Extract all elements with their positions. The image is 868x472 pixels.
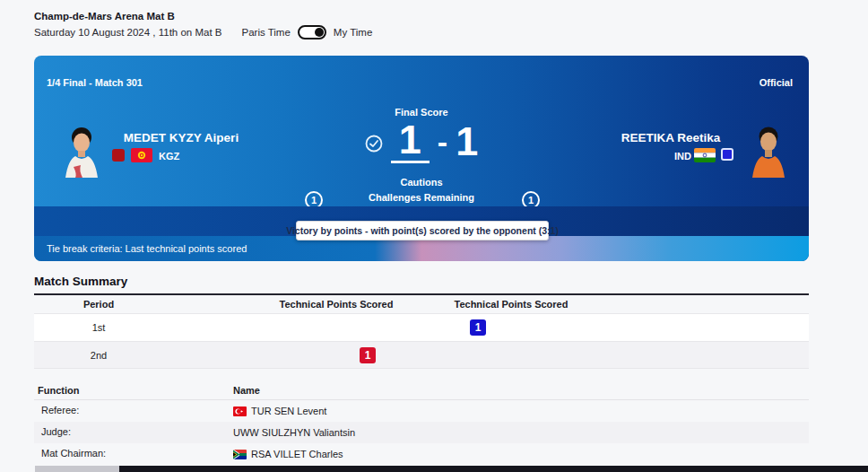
timezone-left-label: Paris Time <box>242 27 291 38</box>
score-blue: 1 <box>456 122 478 162</box>
bottom-gray-bar <box>35 466 119 472</box>
table-row-referee: Referee: TUR SEN Levent <box>34 400 809 422</box>
official-name-cell: RSA VILLET Charles <box>233 443 343 465</box>
table-row-period-2: 2nd 1 <box>34 341 809 369</box>
match-result-page: Champ-de-Mars Arena Mat B Saturday 10 Au… <box>0 0 868 472</box>
match-summary-table: Period Technical Points Scored Technical… <box>34 293 809 369</box>
table-row-period-1: 1st 1 <box>34 313 809 341</box>
score-line: 1 - 1 <box>296 120 547 163</box>
red-wrestler-name: MEDET KYZY Aiperi <box>91 131 271 144</box>
function-label: Mat Chairman: <box>41 448 106 459</box>
col-name: Name <box>233 385 260 396</box>
ind-flag-icon <box>694 148 716 162</box>
timezone-toggle[interactable] <box>298 25 326 39</box>
table-row-mat-chairman: Mat Chairman: RSA VILLET Charles <box>34 443 809 465</box>
official-status-badge: Official <box>760 77 793 88</box>
final-score-block: Final Score 1 - 1 <box>296 107 547 163</box>
match-summary-header: Period Technical Points Scored Technical… <box>34 295 809 313</box>
victory-check-icon <box>365 135 383 153</box>
red-points-badge: 1 <box>360 347 376 363</box>
blue-corner-icon <box>721 148 733 161</box>
official-name: UWW SIULZHYN Valiantsin <box>233 427 355 438</box>
col-blue-points: Technical Points Scored <box>412 299 610 310</box>
kgz-flag-icon <box>131 148 152 162</box>
challenges-label: Challenges Remaining <box>296 192 547 203</box>
result-banner: 1/4 Final - Match 301 Official MEDET KYZ… <box>34 56 809 261</box>
timezone-right-label: My Time <box>334 27 372 38</box>
function-label: Judge: <box>41 426 71 437</box>
red-country-code: KGZ <box>159 151 179 162</box>
victory-tooltip: Victory by points - with point(s) scored… <box>296 221 549 240</box>
match-summary-title: Match Summary <box>34 275 127 288</box>
schedule-row: Saturday 10 August 2024 , 11th on Mat B … <box>34 25 372 39</box>
official-name-cell: TUR SEN Levent <box>233 400 326 422</box>
col-red-points: Technical Points Scored <box>238 299 435 310</box>
col-function: Function <box>38 385 79 396</box>
bottom-dark-bar[interactable] <box>119 466 868 472</box>
score-red: 1 <box>391 120 430 163</box>
final-score-label: Final Score <box>296 107 547 118</box>
tur-flag-icon <box>233 406 247 416</box>
official-name: RSA VILLET Charles <box>251 449 343 459</box>
period-label: 2nd <box>63 342 135 370</box>
blue-country-code: IND <box>674 151 691 162</box>
period-label: 1st <box>63 314 135 342</box>
tie-break-text: Tie break criteria: Last technical point… <box>47 243 247 254</box>
round-label: 1/4 Final - Match 301 <box>47 77 143 88</box>
col-period: Period <box>63 299 135 310</box>
official-name: TUR SEN Levent <box>251 406 326 416</box>
toggle-knob-icon <box>315 28 324 37</box>
athlete-photo-blue <box>748 124 789 178</box>
function-label: Referee: <box>41 405 79 415</box>
rsa-flag-icon <box>233 450 247 459</box>
blue-wrestler-name: REETIKA Reetika <box>581 131 760 144</box>
officials-header: Function Name <box>34 383 809 400</box>
schedule-text: Saturday 10 August 2024 , 11th on Mat B <box>34 27 222 38</box>
official-name-cell: UWW SIULZHYN Valiantsin <box>233 422 355 443</box>
venue-title: Champ-de-Mars Arena Mat B <box>34 11 175 22</box>
table-row-judge: Judge: UWW SIULZHYN Valiantsin <box>34 422 809 443</box>
cautions-label: Cautions <box>296 177 547 188</box>
score-separator: - <box>438 124 447 160</box>
officials-table: Function Name Referee: TUR SEN Levent Ju… <box>34 383 809 465</box>
blue-points-badge: 1 <box>470 319 486 336</box>
red-corner-icon <box>112 149 125 162</box>
